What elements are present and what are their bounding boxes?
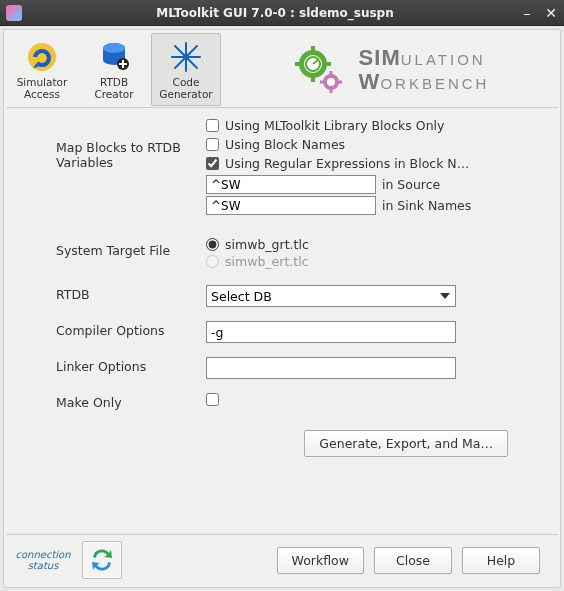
linker-options-input[interactable] [206,357,456,379]
svg-rect-19 [329,89,332,93]
lib-only-checkbox[interactable] [206,119,219,132]
svg-point-2 [103,43,125,53]
rtdb-select[interactable]: Select DB [206,285,456,307]
refresh-icon [87,545,117,575]
regex-label: Using Regular Expressions in Block N… [225,156,469,171]
compiler-options-label: Compiler Options [56,321,206,338]
svg-rect-20 [320,80,324,83]
svg-point-8 [183,54,189,60]
ert-radio-row: simwb_ert.tlc [206,254,528,269]
grt-radio-label: simwb_grt.tlc [225,237,309,252]
workflow-button[interactable]: Workflow [277,547,364,574]
connection-status-button[interactable] [82,541,122,579]
bottom-bar: connection status Workflow Close Help [6,534,558,585]
map-blocks-label: Map Blocks to RTDB Variables [56,118,206,170]
ert-radio [206,255,219,268]
minimize-button[interactable]: – [520,5,534,21]
window-title: MLToolkit GUI 7.0-0 : sldemo_suspn [30,6,520,20]
block-names-label: Using Block Names [225,137,345,152]
svg-rect-13 [325,62,331,66]
rtdb-label: RTDB [56,285,206,302]
form-content: Map Blocks to RTDB Variables Using MLToo… [6,108,558,534]
regex-sink-input[interactable] [206,196,376,215]
brand-logo: SIMULATION WORKBENCH [222,32,558,107]
target-file-label: System Target File [56,237,206,258]
svg-rect-11 [311,76,315,82]
regex-source-suffix: in Source [382,177,440,192]
svg-rect-12 [295,62,301,66]
close-window-button[interactable]: ✕ [544,5,558,21]
tool-label: Access [24,89,60,101]
simulator-icon [25,40,59,74]
window-titlebar: MLToolkit GUI 7.0-0 : sldemo_suspn – ✕ [0,0,564,26]
help-button[interactable]: Help [462,547,540,574]
make-only-checkbox[interactable] [206,393,219,406]
close-button[interactable]: Close [374,547,452,574]
connection-status-label: connection status [14,549,72,571]
code-generator-tab[interactable]: Code Generator [151,33,221,106]
svg-rect-10 [311,46,315,52]
tool-label: Simulator [17,77,68,89]
tool-label: RTDB [100,77,128,89]
app-icon [6,5,22,21]
regex-sink-suffix: in Sink Names [382,198,471,213]
tool-label: Generator [159,89,212,101]
main-toolbar: Simulator Access RTDB Creator [6,32,558,108]
brand-text: SIMULATION WORKBENCH [359,46,490,92]
make-only-label: Make Only [56,393,206,410]
svg-rect-21 [338,80,342,83]
block-names-row[interactable]: Using Block Names [206,137,528,152]
tool-label: Creator [94,89,133,101]
rtdb-creator-tab[interactable]: RTDB Creator [79,33,149,106]
snowflake-icon [169,40,203,74]
compiler-options-input[interactable] [206,321,456,343]
regex-source-input[interactable] [206,175,376,194]
lib-only-row[interactable]: Using MLToolkit Library Blocks Only [206,118,528,133]
simulator-access-tab[interactable]: Simulator Access [7,33,77,106]
grt-radio[interactable] [206,238,219,251]
svg-point-22 [327,78,335,86]
ert-radio-label: simwb_ert.tlc [225,254,309,269]
linker-options-label: Linker Options [56,357,206,374]
generate-export-button[interactable]: Generate, Export, and Ma… [304,430,508,457]
regex-row[interactable]: Using Regular Expressions in Block N… [206,156,528,171]
regex-checkbox[interactable] [206,157,219,170]
grt-radio-row[interactable]: simwb_grt.tlc [206,237,528,252]
block-names-checkbox[interactable] [206,138,219,151]
lib-only-label: Using MLToolkit Library Blocks Only [225,118,444,133]
gears-icon [291,46,351,94]
svg-rect-18 [329,71,332,75]
database-icon [97,40,131,74]
tool-label: Code [173,77,200,89]
